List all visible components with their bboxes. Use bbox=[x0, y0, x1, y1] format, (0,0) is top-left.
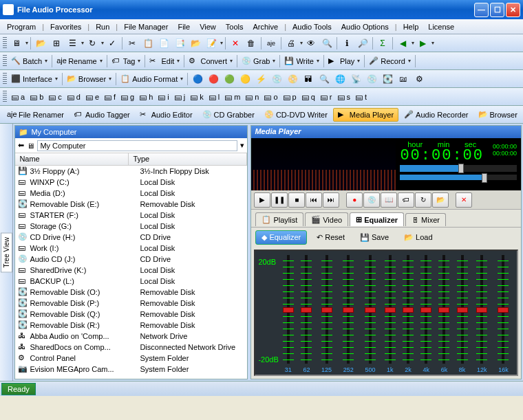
format-icon[interactable]: 📡 bbox=[348, 71, 363, 87]
drive-s[interactable]: 🖴s bbox=[335, 93, 353, 101]
eq-slider-12k[interactable] bbox=[480, 255, 483, 364]
file-row[interactable]: 🖴SharedDrive (K:)Local Disk bbox=[15, 265, 247, 276]
drive-t[interactable]: 🖴t bbox=[353, 93, 369, 101]
drive-r[interactable]: 🖴r bbox=[318, 93, 334, 101]
format-icon[interactable]: 💿 bbox=[269, 71, 284, 87]
copy-icon[interactable]: 📋 bbox=[140, 36, 156, 51]
format-icon[interactable]: 🟡 bbox=[237, 71, 253, 87]
seek-slider[interactable] bbox=[400, 165, 517, 172]
close-button[interactable]: ✕ bbox=[506, 3, 520, 17]
col-name[interactable]: Name bbox=[15, 153, 129, 165]
format-icon[interactable]: 🔵 bbox=[190, 71, 205, 87]
eq-save-button[interactable]: 💾Save bbox=[354, 231, 394, 244]
menu-program[interactable]: Program bbox=[3, 21, 40, 32]
refresh-icon[interactable]: ↻ bbox=[85, 36, 100, 51]
tb-browser[interactable]: 📂Browser▾ bbox=[65, 74, 114, 84]
menu-audio-tools[interactable]: Audio Tools bbox=[288, 21, 336, 32]
file-list[interactable]: 💾3½ Floppy (A:)3½-Inch Floppy Disk🖴WINXP… bbox=[15, 166, 247, 379]
eq-slider-1k[interactable] bbox=[389, 255, 392, 364]
eq-slider-62[interactable] bbox=[305, 255, 308, 364]
cut-icon[interactable]: ✂ bbox=[125, 36, 140, 51]
menu-help[interactable]: Help bbox=[399, 21, 423, 32]
menu-license[interactable]: License bbox=[424, 21, 458, 32]
computer-icon[interactable]: 🖥 bbox=[9, 36, 24, 51]
file-row[interactable]: 💽Removable Disk (Q:)Removable Disk bbox=[15, 309, 247, 320]
file-row[interactable]: 💽Removable Disk (E:)Removable Disk bbox=[15, 199, 247, 210]
eq-thumb[interactable] bbox=[365, 307, 376, 313]
func-audio-tagger[interactable]: 🏷Audio Tagger bbox=[70, 109, 134, 121]
tree-icon[interactable]: ⊞ bbox=[49, 36, 64, 51]
format-icon[interactable]: 📀 bbox=[285, 71, 300, 87]
menu-favorites[interactable]: Favorites bbox=[46, 21, 85, 32]
toolbar-handle[interactable] bbox=[3, 73, 7, 85]
format-icon[interactable]: ⚙ bbox=[412, 71, 427, 87]
eq-slider-6k[interactable] bbox=[442, 255, 445, 364]
eq-thumb[interactable] bbox=[457, 307, 468, 313]
func-media-player[interactable]: ▶Media Player bbox=[333, 108, 398, 122]
eq-thumb[interactable] bbox=[283, 307, 294, 313]
minimize-button[interactable]: — bbox=[474, 3, 489, 17]
format-icon[interactable]: 💽 bbox=[380, 71, 395, 87]
file-row[interactable]: 💽Removable Disk (R:)Removable Disk bbox=[15, 320, 247, 331]
format-icon[interactable]: 🔍 bbox=[317, 71, 332, 87]
eq-thumb[interactable] bbox=[476, 307, 487, 313]
drive-h[interactable]: 🖴h bbox=[137, 93, 155, 101]
open-button[interactable]: 📂 bbox=[432, 192, 449, 208]
drive-e[interactable]: 🖴e bbox=[83, 93, 101, 101]
eq-thumb[interactable] bbox=[498, 307, 509, 313]
eq-thumb[interactable] bbox=[343, 307, 354, 313]
eq-slider-16k[interactable] bbox=[502, 255, 504, 364]
view-icon[interactable]: 👁 bbox=[303, 36, 319, 51]
repeat-button[interactable]: ↻ bbox=[415, 192, 431, 208]
pause-button[interactable]: ❚❚ bbox=[271, 192, 288, 208]
file-row[interactable]: 📷Evision MEGApro Cam...System Folder bbox=[15, 364, 247, 375]
file-row[interactable]: ⚙Control PanelSystem Folder bbox=[15, 353, 247, 364]
func-cd-grabber[interactable]: 💿CD Grabber bbox=[198, 109, 259, 121]
format-icon[interactable]: ⚡ bbox=[253, 71, 268, 87]
eq-slider-2k[interactable] bbox=[407, 255, 409, 364]
tb-write[interactable]: 💾Write▾ bbox=[282, 56, 321, 66]
delete-icon[interactable]: ✕ bbox=[228, 36, 243, 51]
tab-video[interactable]: 🎬Video bbox=[305, 212, 348, 226]
eq-thumb[interactable] bbox=[385, 307, 396, 313]
file-row[interactable]: 🖴Media (D:)Local Disk bbox=[15, 188, 247, 199]
tb-play[interactable]: ▶Play▾ bbox=[326, 56, 362, 66]
format-icon[interactable]: 🖬 bbox=[301, 71, 316, 87]
format-icon[interactable]: 🖭 bbox=[396, 71, 411, 87]
volume-slider[interactable] bbox=[400, 175, 517, 180]
eq-thumb[interactable] bbox=[438, 307, 449, 313]
menu-archive[interactable]: Archive bbox=[248, 21, 282, 32]
file-row[interactable]: 🖴WINXP (C:)Local Disk bbox=[15, 177, 247, 188]
menu-audio-options[interactable]: Audio Options bbox=[337, 21, 393, 32]
file-row[interactable]: 🖧Abba Audio on 'Comp...Network Drive bbox=[15, 331, 247, 342]
tb-tag[interactable]: 🏷Tag▾ bbox=[109, 56, 143, 66]
format-icon[interactable]: 💿 bbox=[364, 71, 379, 87]
func-audio-editor[interactable]: ✂Audio Editor bbox=[136, 109, 197, 121]
format-icon[interactable]: 🟢 bbox=[222, 71, 237, 87]
menu-tools[interactable]: Tools bbox=[222, 21, 248, 32]
eq-slider-4k[interactable] bbox=[425, 255, 427, 364]
paste-icon[interactable]: 📄 bbox=[156, 36, 171, 51]
file-row[interactable]: 🖴Work (I:)Local Disk bbox=[15, 243, 247, 254]
side-tab-tree[interactable]: Tree View bbox=[0, 124, 13, 381]
maximize-button[interactable]: ☐ bbox=[490, 3, 504, 17]
tb-rename[interactable]: ajeRename▾ bbox=[54, 56, 105, 66]
file-row[interactable]: 💿Audio CD (J:)CD Drive bbox=[15, 254, 247, 265]
format-icon[interactable]: 🌐 bbox=[332, 71, 348, 87]
drive-j[interactable]: 🖴j bbox=[172, 93, 187, 101]
eq-equalizer-button[interactable]: ◆Equalizer bbox=[255, 230, 307, 245]
dropdown-icon[interactable]: ▾ bbox=[240, 141, 244, 150]
eq-thumb[interactable] bbox=[420, 307, 431, 313]
file-row[interactable]: 🖴Storage (G:)Local Disk bbox=[15, 221, 247, 232]
tb-record[interactable]: 🎤Record▾ bbox=[367, 56, 412, 66]
folder-up-icon[interactable]: 📂 bbox=[33, 36, 48, 51]
file-row[interactable]: 💾3½ Floppy (A:)3½-Inch Floppy Disk bbox=[15, 166, 247, 177]
menu-run[interactable]: Run bbox=[92, 21, 114, 32]
tb-interface[interactable]: ⬛Interface▾ bbox=[9, 74, 60, 84]
eq-slider-252[interactable] bbox=[347, 255, 350, 364]
search-icon[interactable]: 🔎 bbox=[355, 36, 370, 51]
tb-batch[interactable]: 🔨Batch▾ bbox=[9, 56, 50, 66]
fwd-icon[interactable]: ▶ bbox=[415, 36, 430, 51]
file-row[interactable]: 💽Removable Disk (P:)Removable Disk bbox=[15, 298, 247, 309]
book-button[interactable]: 📖 bbox=[381, 192, 397, 208]
